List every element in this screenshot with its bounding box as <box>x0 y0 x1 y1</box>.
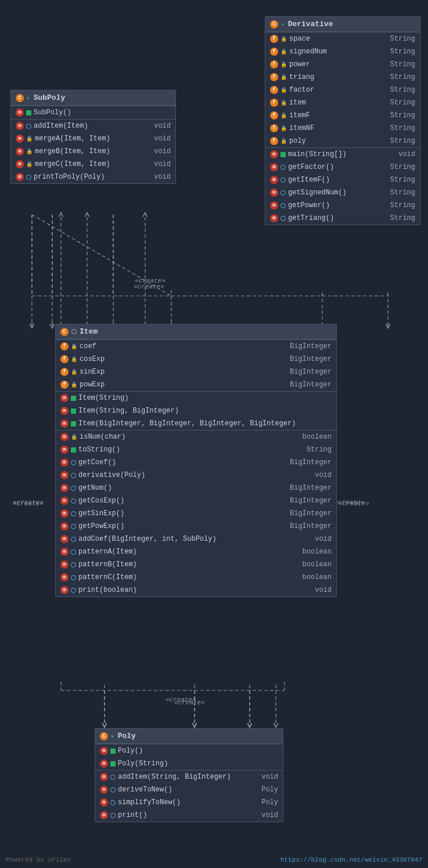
method-icon: m <box>60 522 69 530</box>
field-name: poly <box>289 137 306 145</box>
vis-icon <box>71 575 76 580</box>
create-label-subpoly-item: «create» <box>135 277 166 284</box>
method-name: getTriang() <box>288 214 334 222</box>
method-name: toString() <box>78 446 120 454</box>
vis-icon <box>71 511 76 516</box>
method-icon: m <box>60 548 69 556</box>
list-item: f 🔒 cosExp BigInteger <box>56 353 336 366</box>
method-name: getCosExp() <box>78 497 124 505</box>
lock-vis-icon: 🔒 <box>71 434 77 440</box>
method-name: deriveToNew() <box>118 786 172 794</box>
field-icon: f <box>270 111 278 120</box>
list-item: m Poly(String) <box>95 757 283 770</box>
method-icon: m <box>16 147 24 155</box>
list-item: m 🔒 mergeC(Item, Item) void <box>11 158 175 171</box>
list-item: f 🔒 space String <box>265 32 420 45</box>
field-name: factor <box>289 86 314 94</box>
subpoly-constructors: m SubPoly() <box>11 106 175 119</box>
field-name: signedNum <box>289 48 327 56</box>
field-icon: f <box>270 48 278 56</box>
item-title: Item <box>80 327 98 336</box>
vis-icon <box>71 460 76 465</box>
field-type: String <box>390 48 415 56</box>
method-icon: m <box>60 407 69 415</box>
method-name: getPower() <box>288 201 330 209</box>
method-name: Poly(String) <box>118 760 168 768</box>
poly-constructors: m Poly() m Poly(String) <box>95 744 283 770</box>
field-icon: f <box>270 124 278 132</box>
method-type: BigInteger <box>290 497 332 505</box>
class-icon-item: C <box>60 328 69 336</box>
field-icon: f <box>60 355 69 363</box>
list-item: f 🔒 itemNF String <box>265 122 420 135</box>
field-name: itemNF <box>289 124 314 132</box>
subpoly-box: C ▸ SubPoly m SubPoly() m addItem(Item) … <box>10 90 176 184</box>
vis-icon <box>71 588 76 593</box>
method-icon: m <box>270 163 278 171</box>
poly-box: C ▸ Poly m Poly() m Poly(String) m addIt… <box>95 728 283 822</box>
list-item: m 🔒 isNum(char) boolean <box>56 431 336 443</box>
vis-icon <box>26 124 31 129</box>
field-name: item <box>289 99 306 107</box>
lock-vis-icon: 🔒 <box>26 149 33 155</box>
vis-icon <box>280 178 286 183</box>
method-icon: m <box>270 189 278 197</box>
field-type: String <box>390 73 415 81</box>
item-box: C Item f 🔒 coef BigInteger f 🔒 cosExp Bi… <box>55 324 337 597</box>
vis-icon <box>71 524 76 529</box>
access-icon-subpoly: ▸ <box>27 94 31 102</box>
lock-icon: 🔒 <box>280 74 287 81</box>
lock-icon: 🔒 <box>280 100 287 106</box>
vis-icon <box>110 748 116 754</box>
vis-icon <box>280 190 286 196</box>
method-name: getPowExp() <box>78 522 124 530</box>
field-icon: f <box>60 368 69 376</box>
vis-icon <box>110 761 116 766</box>
list-item: m print() void <box>95 809 283 822</box>
field-icon: f <box>270 99 278 107</box>
method-name: addCoef(BigInteger, int, SubPoly) <box>78 535 217 543</box>
field-type: String <box>390 35 415 43</box>
method-icon: m <box>60 586 69 594</box>
list-item: m 🔒 mergeA(Item, Item) void <box>11 132 175 145</box>
field-type: BigInteger <box>290 368 332 376</box>
field-name: itemF <box>289 111 310 120</box>
list-item: m getSinExp() BigInteger <box>56 507 336 520</box>
lock-icon: 🔒 <box>71 382 77 388</box>
poly-methods: m addItem(String, BigInteger) void m der… <box>95 770 283 822</box>
list-item: m print(boolean) void <box>56 584 336 596</box>
lock-icon: 🔒 <box>280 138 287 144</box>
list-item: m simplifyToNew() Poly <box>95 796 283 809</box>
list-item: m deriveToNew() Poly <box>95 783 283 796</box>
method-icon: m <box>100 773 108 781</box>
method-name: mergeC(Item, Item) <box>35 160 110 168</box>
method-type: void <box>315 586 332 594</box>
method-name: mergeB(Item, Item) <box>35 147 110 155</box>
method-type: BigInteger <box>290 509 332 518</box>
field-type: String <box>390 111 415 120</box>
vis-icon <box>71 473 76 478</box>
list-item: m getPowExp() BigInteger <box>56 520 336 533</box>
derivative-header: C ▸ Derivative <box>265 17 420 32</box>
list-item: f 🔒 poly String <box>265 135 420 147</box>
method-name: derivative(Poly) <box>78 471 145 479</box>
method-type: String <box>307 446 332 454</box>
method-name: patternC(Item) <box>78 573 137 581</box>
method-type: BigInteger <box>290 458 332 466</box>
method-type: boolean <box>303 560 332 569</box>
vis-icon <box>26 110 31 115</box>
field-icon: f <box>270 86 278 94</box>
vis-icon <box>280 203 286 208</box>
create-label-bottom: «create» <box>174 699 205 706</box>
method-type: void <box>154 135 171 143</box>
list-item: m SubPoly() <box>11 106 175 119</box>
field-icon: f <box>270 60 278 68</box>
list-item: f 🔒 power String <box>265 58 420 71</box>
lock-icon: 🔒 <box>71 369 77 375</box>
field-icon: f <box>270 73 278 81</box>
method-name: isNum(char) <box>80 433 125 441</box>
method-icon: m <box>60 446 69 454</box>
field-name: coef <box>80 342 96 350</box>
list-item: m getFactor() String <box>265 161 420 173</box>
method-name: Item(BigInteger, BigInteger, BigInteger,… <box>78 419 296 428</box>
